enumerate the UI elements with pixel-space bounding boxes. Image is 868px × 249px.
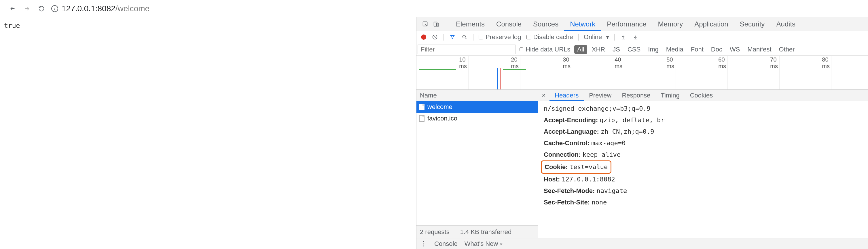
header-line: Connection: keep-alive [544, 149, 862, 161]
site-info-icon[interactable]: i [51, 5, 58, 12]
request-count: 2 requests [420, 228, 450, 236]
download-har-icon[interactable] [632, 34, 639, 40]
drawer-menu-icon[interactable]: ⋮ [421, 240, 427, 248]
filter-type-font[interactable]: Font [688, 45, 707, 54]
filter-type-js[interactable]: JS [610, 45, 623, 54]
svg-point-4 [463, 35, 465, 38]
tab-audits[interactable]: Audits [770, 17, 801, 31]
timeline-tick: 30 ms [572, 56, 572, 90]
tab-memory[interactable]: Memory [652, 17, 689, 31]
url-path: /welcome [116, 4, 150, 13]
filter-type-ws[interactable]: WS [727, 45, 743, 54]
timeline-tick: 10 ms [468, 56, 469, 90]
header-line: Cache-Control: max-age=0 [544, 137, 862, 149]
clear-icon[interactable] [431, 34, 438, 40]
header-line: Sec-Fetch-Mode: navigate [544, 185, 862, 197]
transfer-size: 1.4 KB transferred [460, 228, 512, 236]
record-button[interactable] [421, 35, 426, 40]
timeline-tick: 40 ms [624, 56, 624, 90]
filter-type-img[interactable]: Img [645, 45, 661, 54]
request-detail-pane: × HeadersPreviewResponseTimingCookies n/… [538, 90, 868, 238]
detail-tab-preview[interactable]: Preview [584, 90, 617, 101]
tab-network[interactable]: Network [564, 17, 601, 31]
file-icon [419, 115, 425, 121]
network-timeline[interactable]: 10 ms20 ms30 ms40 ms50 ms60 ms70 ms80 ms… [416, 56, 868, 90]
tab-elements[interactable]: Elements [450, 17, 491, 31]
devtools-tabs: ElementsConsoleSourcesNetworkPerformance… [416, 17, 868, 31]
detail-tab-headers[interactable]: Headers [550, 90, 584, 101]
header-line: Host: 127.0.0.1:8082 [544, 174, 862, 185]
filter-type-other[interactable]: Other [776, 45, 798, 54]
network-toolbar: Preserve log Disable cache Online ▾ [416, 31, 868, 43]
upload-har-icon[interactable] [620, 34, 627, 40]
page-content: true [0, 17, 416, 249]
filter-type-xhr[interactable]: XHR [589, 45, 608, 54]
request-status-bar: 2 requests 1.4 KB transferred [416, 225, 538, 238]
detail-tabs: × HeadersPreviewResponseTimingCookies [538, 90, 868, 101]
tab-application[interactable]: Application [689, 17, 734, 31]
drawer-tab-whatsnew[interactable]: What's New × [465, 240, 503, 248]
reload-button[interactable] [37, 4, 46, 13]
header-line: Accept-Encoding: gzip, deflate, br [544, 114, 862, 126]
timeline-tick: 60 ms [727, 56, 728, 90]
file-icon [419, 104, 425, 110]
close-detail-icon[interactable]: × [538, 92, 550, 99]
filter-funnel-icon[interactable] [449, 34, 456, 40]
filter-input[interactable] [417, 44, 516, 55]
header-line: Sec-Fetch-Site: none [544, 197, 862, 208]
header-line: Cookie: test=value [544, 161, 862, 174]
back-button[interactable] [8, 4, 17, 13]
filter-type-doc[interactable]: Doc [708, 45, 725, 54]
filter-type-css[interactable]: CSS [625, 45, 643, 54]
tab-console[interactable]: Console [491, 17, 527, 31]
filter-type-all[interactable]: All [574, 45, 587, 54]
devtools-drawer: ⋮ Console What's New × [416, 238, 868, 249]
request-list: Name welcomefavicon.ico 2 requests 1.4 K… [416, 90, 538, 238]
network-filter-row: Hide data URLs AllXHRJSCSSImgMediaFontDo… [416, 43, 868, 56]
tab-performance[interactable]: Performance [601, 17, 652, 31]
tab-sources[interactable]: Sources [527, 17, 564, 31]
timeline-tick: 70 ms [779, 56, 780, 90]
chevron-down-icon: ▾ [606, 33, 609, 41]
throttling-select[interactable]: Online ▾ [584, 33, 609, 41]
headers-body[interactable]: n/signed-exchange;v=b3;q=0.9Accept-Encod… [538, 101, 868, 238]
hide-data-urls-checkbox[interactable]: Hide data URLs [520, 46, 570, 53]
page-text: true [4, 22, 20, 29]
forward-button[interactable] [23, 4, 32, 13]
filter-type-manifest[interactable]: Manifest [744, 45, 774, 54]
drawer-tab-console[interactable]: Console [434, 240, 458, 248]
detail-tab-response[interactable]: Response [617, 90, 655, 101]
request-row[interactable]: favicon.ico [416, 113, 538, 124]
timeline-tick: 50 ms [676, 56, 676, 90]
request-name: favicon.ico [427, 115, 457, 122]
header-line: n/signed-exchange;v=b3;q=0.9 [544, 103, 862, 114]
device-mode-icon[interactable] [432, 20, 441, 29]
tab-security[interactable]: Security [734, 17, 771, 31]
inspect-element-icon[interactable] [421, 20, 430, 29]
request-row[interactable]: welcome [416, 101, 538, 113]
devtools-panel: ElementsConsoleSourcesNetworkPerformance… [416, 17, 868, 249]
url-host: 127.0.0.1:8082 [62, 4, 116, 13]
search-icon[interactable] [461, 34, 468, 40]
header-line: Accept-Language: zh-CN,zh;q=0.9 [544, 126, 862, 137]
filter-type-media[interactable]: Media [663, 45, 686, 54]
close-icon[interactable]: × [500, 241, 503, 247]
preserve-log-checkbox[interactable]: Preserve log [478, 33, 521, 41]
detail-tab-timing[interactable]: Timing [655, 90, 685, 101]
request-list-header[interactable]: Name [416, 90, 538, 101]
url-bar[interactable]: i 127.0.0.1:8082/welcome [51, 4, 860, 13]
detail-tab-cookies[interactable]: Cookies [685, 90, 718, 101]
disable-cache-checkbox[interactable]: Disable cache [526, 33, 573, 41]
request-name: welcome [427, 103, 453, 111]
highlighted-header: Cookie: test=value [541, 161, 611, 174]
browser-toolbar: i 127.0.0.1:8082/welcome [0, 0, 868, 17]
